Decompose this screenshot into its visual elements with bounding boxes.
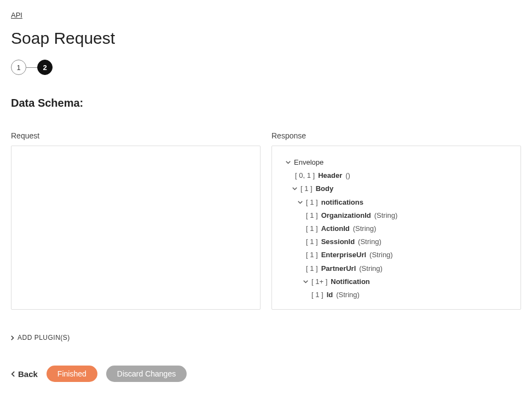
step-2[interactable]: 2 [37,60,53,75]
tree-node-organizationid[interactable]: [ 1 ] OrganizationId (String) [280,209,513,222]
node-label: notifications [321,198,363,207]
tree-node-body[interactable]: [ 1 ] Body [280,182,513,195]
tree-node-sessionid[interactable]: [ 1 ] SessionId (String) [280,235,513,248]
response-column: Response Envelope [ 0, 1 ] Header () [ [271,131,521,310]
chevron-down-icon [285,161,291,164]
request-label: Request [11,131,261,140]
add-plugin-label: ADD PLUGIN(S) [18,334,70,341]
node-cardinality: [ 0, 1 ] [295,171,315,181]
chevron-down-icon [297,201,303,204]
breadcrumb-api-link[interactable]: API [11,11,22,19]
tree-node-notifications[interactable]: [ 1 ] notifications [280,196,513,209]
discard-button[interactable]: Discard Changes [106,366,187,382]
node-type: (String) [374,211,398,221]
breadcrumb: API [11,11,521,19]
request-column: Request [11,131,261,310]
node-cardinality: [ 1 ] [306,211,318,221]
tree-node-id[interactable]: [ 1 ] Id (String) [280,288,513,302]
tree-node-enterpriseurl[interactable]: [ 1 ] EnterpriseUrl (String) [280,248,513,262]
node-label: ActionId [321,224,350,234]
node-label: PartnerUrl [321,264,356,274]
tree-node-envelope[interactable]: Envelope [280,156,513,169]
request-panel[interactable] [11,146,261,310]
node-label: SessionId [321,237,355,247]
node-type: (String) [358,237,381,247]
node-type: (String) [359,264,383,274]
node-cardinality: [ 1 ] [300,184,313,194]
back-button[interactable]: Back [11,369,38,379]
node-cardinality: [ 1 ] [306,264,318,274]
chevron-down-icon [303,280,308,283]
step-1[interactable]: 1 [11,60,26,75]
node-label: Notification [331,277,370,287]
finished-button[interactable]: Finished [47,366,97,382]
node-type: (String) [369,250,393,260]
chevron-down-icon [292,187,297,190]
node-label: EnterpriseUrl [321,250,366,260]
node-cardinality: [ 1 ] [306,224,318,234]
tree-node-partnerurl[interactable]: [ 1 ] PartnerUrl (String) [280,262,513,275]
section-title: Data Schema: [11,97,521,109]
stepper: 1 2 [11,60,521,75]
chevron-left-icon [11,369,15,379]
tree-node-actionid[interactable]: [ 1 ] ActionId (String) [280,222,513,235]
back-label: Back [18,369,38,379]
node-type: () [345,171,350,181]
node-label: Id [327,290,333,300]
node-cardinality: [ 1 ] [311,290,323,300]
schema-columns: Request Response Envelope [ 0, 1 ] Heade… [11,131,521,310]
tree-node-header[interactable]: [ 0, 1 ] Header () [280,169,513,182]
node-label: Body [316,184,334,194]
node-type: (String) [336,290,360,300]
chevron-right-icon [11,335,14,340]
node-cardinality: [ 1 ] [306,237,318,247]
node-label: Header [318,171,342,181]
node-label: Envelope [294,158,323,167]
add-plugin-button[interactable]: ADD PLUGIN(S) [11,332,70,344]
bottom-bar: Back Finished Discard Changes [11,366,521,382]
tree-node-notification[interactable]: [ 1+ ] Notification [280,275,513,288]
node-cardinality: [ 1 ] [306,250,318,260]
node-label: OrganizationId [321,211,371,221]
node-cardinality: [ 1+ ] [311,277,327,287]
step-connector [26,67,37,68]
node-type: (String) [353,224,377,234]
response-label: Response [271,131,521,140]
response-panel[interactable]: Envelope [ 0, 1 ] Header () [ 1 ] Body [271,146,521,310]
node-cardinality: [ 1 ] [306,198,318,207]
page-title: Soap Request [11,29,521,48]
